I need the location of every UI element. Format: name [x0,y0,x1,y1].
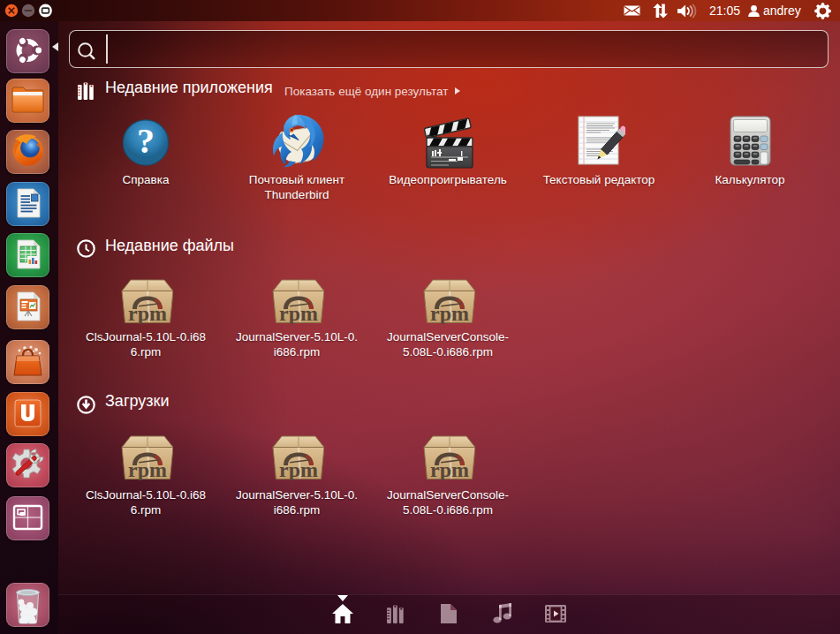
svg-text:?: ? [137,121,155,161]
